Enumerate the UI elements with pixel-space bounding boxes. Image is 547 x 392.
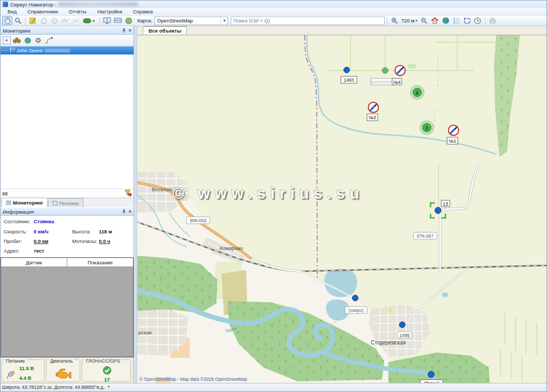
station-marker-n1[interactable] [449,126,459,136]
altitude-label: Высота: [72,229,91,234]
grass-patch [407,64,417,69]
state-label: Состояние: [4,218,30,224]
sensor-table-body[interactable] [1,266,134,357]
marker-label-n4: №4 [393,80,401,85]
label-komarovo: Комарово [220,245,243,251]
edit-vertices-icon[interactable] [60,16,70,25]
add-circle-icon[interactable] [49,16,59,25]
point-marker-1495[interactable] [400,322,405,328]
address-value: тест [34,248,44,254]
edit-geozones-icon[interactable] [28,16,38,25]
tree-connector [2,50,8,51]
label-veseloe: Весёлое [152,186,172,192]
close-icon[interactable]: × [129,28,131,33]
station-marker-n2[interactable] [369,103,379,113]
pin-icon[interactable] [122,209,126,214]
menu-directories[interactable]: Справочники [22,8,63,15]
close-icon[interactable]: × [129,209,131,214]
shield-90k: 90К-002 [190,218,207,223]
unit-id-masked: 8888888885 [44,48,70,53]
globe-mode-icon[interactable] [123,16,134,25]
expand-all-button[interactable]: + [3,36,11,44]
legend-list-icon[interactable] [451,16,462,25]
hours-value[interactable]: 0.0 ч [99,238,110,244]
pin-icon[interactable] [122,28,126,33]
geozone-frame-icon[interactable] [462,16,472,25]
mileage-value[interactable]: 0.0 км [34,238,49,244]
gps-gauge: ГЛОНАСС/GPS 17 [82,359,131,382]
marker-label-n2: №2 [369,115,376,120]
info-panel-title: Информация [3,209,34,215]
point-marker-lake[interactable] [353,295,358,301]
monitoring-tree-toolbar: + [1,35,134,46]
settings-gear-icon[interactable] [34,36,43,45]
power-title: Питание [5,359,26,364]
scale-dropdown[interactable]: 720 м ▾ [400,18,419,23]
marker-label-n1: №1 [449,138,456,144]
sensor-table-header: Датчик Показание [1,257,134,266]
station-marker-n4[interactable] [395,66,405,76]
add-polygon-icon[interactable] [38,16,49,25]
marker-label-terek: (Терек) [424,381,439,383]
map-provider-select[interactable]: OpenStreetMap ▾ [154,17,228,25]
tab-geozones-label: Геозоны [59,200,79,206]
coordinates-readout: Широта: 43.78126°с.ш. Долгота: 44.89855°… [2,385,105,390]
sensor-col-value[interactable]: Показание [67,258,133,266]
map-attribution: © OpenStreetMap - Map data ©2025 OpenStr… [139,377,247,382]
menu-help[interactable]: Справка [128,8,158,15]
map-tab-all-objects[interactable]: Все объекты [142,26,187,35]
earth-icon[interactable] [441,16,451,25]
engine-icon [55,367,72,381]
app-window: Сириус Навигатор - Вид Справочники Отчёт… [0,0,547,392]
menu-settings[interactable]: Настройка [92,8,127,15]
altitude-value: 118 м [99,229,112,234]
filter-funnel-icon[interactable] [124,190,132,198]
unit-row-selected[interactable]: John Deere 8888888885 [1,46,134,54]
units-tree[interactable]: John Deere 8888888885 [1,46,134,189]
tree-filter-input[interactable] [2,191,124,197]
chevron-down-icon[interactable]: ▾ [108,385,110,389]
binoculars-icon[interactable] [12,36,21,45]
globe-icon[interactable] [23,36,32,45]
print-icon[interactable] [488,16,498,25]
point-marker-terek[interactable] [428,371,434,378]
cluster-marker-a[interactable]: 2 [410,85,424,99]
monitoring-panel-header: Мониторинг × [1,26,134,35]
gauges-bar: Питание 11.5 В 4.4 В Двигатель ГЛОНАСС/G… [1,357,134,383]
history-clock-icon[interactable] [473,16,483,25]
power-backup-value: 4.4 В [19,375,32,381]
track-route-icon[interactable] [44,36,53,45]
map-canvas[interactable]: Весёлое Комарово Стодеревская рская Тере… [137,35,546,383]
sensor-col-name[interactable]: Датчик [1,258,67,266]
layout-screens-icon[interactable] [102,16,112,25]
tree-filter-row [1,189,134,198]
zoom-in-icon[interactable] [389,16,400,25]
zoom-tool-icon[interactable] [13,16,23,25]
map-provider-value: OpenStreetMap [157,18,193,23]
engine-gauge: Двигатель [46,359,80,382]
menu-view[interactable]: Вид [3,8,21,15]
home-view-icon[interactable] [430,16,440,25]
point-marker-1493[interactable] [344,67,350,73]
green-point-marker[interactable] [382,68,388,74]
tab-geozones[interactable]: Геозоны [48,198,83,207]
map-provider-label: Карта: [137,18,152,23]
gps-satellite-icon [103,366,112,376]
pan-tool-icon[interactable] [2,16,12,25]
map-tabbar: Все объекты [137,26,546,35]
cluster-marker-b[interactable]: 2 [420,121,434,135]
toolbar-separator [485,17,486,25]
toolbar: Карта: OpenStreetMap ▾ 720 м ▾ [1,15,546,26]
scale-value: 720 м [401,18,415,23]
track-color-dropdown[interactable] [81,16,97,25]
tab-monitoring[interactable]: Мониторинг [2,198,48,207]
layout-split-icon[interactable] [113,16,123,25]
search-input[interactable] [231,17,385,25]
zoom-out-icon[interactable] [419,16,429,25]
toolbar-separator [99,17,100,25]
monitoring-panel-title: Мониторинг [3,28,31,34]
menu-reports[interactable]: Отчёты [64,8,91,15]
delete-vertices-icon[interactable] [71,16,81,25]
chevron-down-icon[interactable]: ▾ [221,17,228,25]
left-panel: Мониторинг × + [1,26,134,383]
